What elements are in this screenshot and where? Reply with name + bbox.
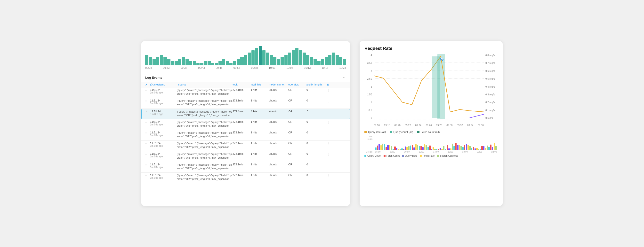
histogram-bar[interactable] [248, 52, 251, 65]
histogram-bar[interactable] [164, 57, 166, 65]
bottom-histogram-bar[interactable] [405, 147, 406, 150]
bottom-histogram-bar[interactable] [436, 149, 438, 150]
histogram-bar[interactable] [277, 59, 280, 65]
histogram-bar[interactable] [270, 55, 273, 65]
bottom-histogram-bar[interactable] [410, 146, 412, 150]
bottom-histogram-bar[interactable] [471, 148, 472, 150]
col-took-header[interactable]: took: [232, 83, 251, 86]
row-expand[interactable]: ○ [145, 88, 150, 92]
histogram-bar[interactable] [171, 61, 174, 65]
histogram-bar[interactable] [215, 63, 218, 65]
histogram-bar[interactable] [211, 63, 214, 65]
histogram-bar[interactable] [222, 59, 225, 65]
table-row[interactable]: ○ 11:51:24 1m 03s ago {"query":{"match":… [141, 173, 350, 183]
histogram-bar[interactable] [262, 50, 266, 65]
bottom-histogram-bar[interactable] [487, 146, 488, 150]
bottom-histogram-bar[interactable] [419, 146, 420, 150]
histogram-bar[interactable] [156, 57, 159, 65]
bottom-histogram-bar[interactable] [440, 148, 441, 150]
bottom-histogram-bar[interactable] [387, 145, 389, 150]
histogram-bar[interactable] [196, 63, 200, 65]
bottom-histogram-bar[interactable] [457, 145, 458, 150]
histogram-bar[interactable] [299, 50, 302, 65]
bottom-histogram-bar[interactable] [396, 148, 398, 150]
bottom-histogram-bar[interactable] [432, 147, 434, 150]
bottom-histogram-bar[interactable] [460, 146, 462, 150]
histogram-bar[interactable] [200, 63, 203, 65]
bottom-histogram-bar[interactable] [431, 149, 432, 150]
bottom-histogram-bar[interactable] [394, 147, 396, 150]
bottom-histogram-bar[interactable] [424, 144, 425, 150]
histogram-bar[interactable] [288, 52, 291, 65]
bottom-histogram-bar[interactable] [412, 145, 413, 150]
histogram-bar[interactable] [208, 61, 211, 65]
bottom-histogram-bar[interactable] [448, 148, 450, 150]
bottom-histogram-bar[interactable] [386, 147, 387, 150]
histogram-bar[interactable] [259, 46, 262, 65]
histogram-bar[interactable] [336, 55, 339, 65]
col-hits-header[interactable]: total_hits: [251, 83, 269, 86]
histogram-bar[interactable] [193, 61, 196, 65]
bottom-histogram-bar[interactable] [380, 145, 382, 150]
histogram-bar[interactable] [160, 55, 163, 65]
row-menu[interactable]: ⋮ [327, 152, 334, 156]
histogram-bar[interactable] [280, 57, 284, 65]
bottom-histogram-bar[interactable] [480, 149, 481, 150]
bottom-histogram-bar[interactable] [474, 148, 476, 150]
bottom-histogram-bar[interactable] [478, 149, 479, 150]
bottom-histogram-bar[interactable] [391, 146, 392, 150]
bottom-histogram-bar[interactable] [488, 147, 490, 150]
bottom-histogram-bar[interactable] [481, 146, 483, 150]
histogram-bar[interactable] [186, 59, 189, 65]
histogram-bar[interactable] [266, 52, 269, 65]
table-row[interactable]: ○ 11:51:24 1m 03s ago {"query":{"match":… [141, 119, 350, 130]
bottom-histogram-bar[interactable] [434, 149, 436, 150]
bottom-histogram-bar[interactable] [492, 147, 494, 150]
bottom-histogram-bar[interactable] [455, 143, 457, 150]
histogram-bar[interactable] [306, 55, 310, 65]
histogram-bar[interactable] [343, 59, 346, 65]
bottom-histogram-bar[interactable] [490, 145, 492, 150]
histogram-bar[interactable] [328, 55, 332, 65]
col-source-header[interactable]: _source [177, 83, 232, 86]
histogram-bar[interactable] [237, 59, 240, 65]
row-expand[interactable]: ○ [145, 152, 150, 155]
bottom-histogram-bar[interactable] [452, 144, 453, 150]
row-menu[interactable]: ⋮ [327, 88, 334, 92]
bottom-histogram-bar[interactable] [483, 146, 485, 150]
bottom-histogram-bar[interactable] [443, 146, 444, 150]
histogram-bar[interactable] [230, 63, 232, 65]
row-menu[interactable]: ⋮ [327, 174, 334, 178]
bottom-histogram-bar[interactable] [406, 147, 408, 150]
row-menu[interactable]: ⋮ [327, 110, 334, 114]
row-menu[interactable]: ⋮ [327, 120, 334, 124]
bottom-histogram-bar[interactable] [447, 145, 448, 150]
histogram-bar[interactable] [244, 55, 247, 65]
histogram-bar[interactable] [226, 61, 229, 65]
bottom-histogram-bar[interactable] [375, 147, 376, 150]
bottom-histogram-bar[interactable] [377, 146, 378, 150]
log-events-menu[interactable]: ⋯ [341, 75, 346, 80]
bottom-histogram-bar[interactable] [401, 148, 403, 150]
bottom-histogram-bar[interactable] [454, 146, 455, 150]
bottom-histogram-bar[interactable] [464, 145, 466, 150]
bottom-histogram-bar[interactable] [403, 149, 404, 150]
histogram-bar[interactable] [325, 57, 328, 65]
bottom-histogram-bar[interactable] [494, 143, 495, 150]
bottom-histogram-bar[interactable] [469, 146, 471, 150]
bottom-histogram-bar[interactable] [495, 146, 497, 150]
histogram-bar[interactable] [302, 52, 306, 65]
col-mode-header[interactable]: mode_name: [269, 83, 288, 86]
bottom-histogram-bar[interactable] [398, 149, 399, 150]
histogram-bar[interactable] [152, 59, 156, 65]
histogram-bar[interactable] [284, 55, 288, 65]
bottom-histogram-bar[interactable] [408, 146, 410, 150]
row-menu[interactable]: ⋮ [327, 142, 334, 146]
table-row[interactable]: ○ 11:51:24 1m 03s ago {"query":{"match":… [141, 141, 350, 151]
row-menu[interactable]: ⋮ [327, 131, 334, 135]
bottom-histogram-bar[interactable] [485, 148, 486, 150]
histogram-bar[interactable] [189, 61, 192, 65]
row-expand[interactable]: ○ [146, 110, 150, 113]
row-expand[interactable]: ○ [145, 120, 150, 123]
col-operator-header[interactable]: operator: [288, 83, 306, 86]
